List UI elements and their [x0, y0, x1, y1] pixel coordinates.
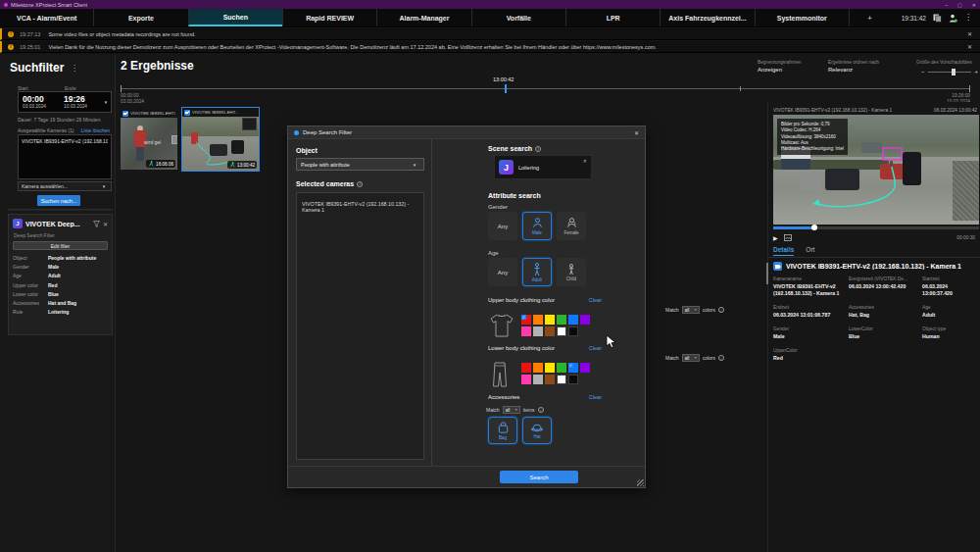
object-dropdown[interactable]: People with attribute ▾	[296, 158, 424, 171]
camera-list-item[interactable]: VIVOTEK IB9391-EHTV-v2 (192.168.10.132) …	[22, 138, 108, 144]
info-icon[interactable]: i	[718, 307, 724, 313]
upper-clear-link[interactable]: Clear	[589, 297, 602, 303]
age-adult-button[interactable]: Adult	[522, 258, 552, 286]
remove-tag-icon[interactable]: ✕	[583, 158, 587, 164]
accessories-match-dropdown[interactable]: all▾	[503, 406, 520, 414]
tab-lpr[interactable]: LPR	[565, 9, 660, 26]
accessory-hat-button[interactable]: Hat	[522, 417, 552, 444]
user-status-icon[interactable]	[949, 14, 957, 23]
slider-handle[interactable]	[952, 69, 956, 75]
edit-filter-button[interactable]: Edit filter	[13, 241, 108, 250]
timeline-marker[interactable]	[505, 84, 507, 93]
tab-alarm-manager[interactable]: Alarm-Manager	[376, 9, 470, 26]
color-swatch-orange[interactable]	[533, 363, 543, 373]
color-swatch-pink[interactable]	[521, 375, 531, 384]
color-swatch-green[interactable]	[557, 363, 566, 373]
color-swatch-orange[interactable]	[533, 315, 543, 325]
info-icon[interactable]: i	[535, 146, 541, 152]
results-timeline[interactable]	[121, 88, 970, 89]
color-swatch-brown[interactable]	[545, 326, 555, 336]
tab-axis-fahrzeugkennzeichen[interactable]: Axis Fahrzeugkennzei...	[660, 9, 754, 26]
color-swatch-white[interactable]	[557, 375, 566, 384]
age-any-label: Any	[498, 270, 508, 276]
color-swatch-purple[interactable]	[580, 363, 590, 373]
color-swatch-red[interactable]	[521, 363, 531, 373]
tab-vca-alarm-event[interactable]: VCA - Alarm/Event	[0, 9, 93, 26]
tab-rapid-review[interactable]: Rapid REVIEW	[282, 9, 376, 26]
tab-systemmonitor[interactable]: Systemmonitor	[755, 9, 849, 26]
upper-match-dropdown[interactable]: all▾	[682, 306, 700, 314]
color-swatch-white[interactable]	[557, 326, 566, 336]
info-icon[interactable]: i	[357, 181, 363, 187]
accessories-clear-link[interactable]: Clear	[589, 394, 602, 400]
tab-suchen[interactable]: Suchen	[188, 9, 282, 26]
gender-male-button[interactable]: Male	[522, 212, 552, 240]
result-thumbnail[interactable]: VIVOTEK IB9391-EHTV-v2... wird gel 16:06…	[121, 109, 177, 170]
slider-minus-icon[interactable]: −	[921, 69, 925, 75]
resize-grip[interactable]	[637, 479, 644, 486]
accessories-match-row: Match all▾ items i	[486, 406, 544, 414]
color-swatch-blue[interactable]: ✓	[568, 363, 578, 373]
panel-splitter[interactable]	[8, 209, 113, 211]
field-value: 06.03.2024 13:01:06.787	[773, 312, 846, 319]
export-files-icon[interactable]	[933, 14, 942, 23]
notification-close-icon[interactable]: ✕	[967, 43, 972, 50]
window-minimize-button[interactable]: –	[945, 2, 948, 8]
tab-vorfaelle[interactable]: Vorfälle	[471, 9, 565, 26]
tab-details[interactable]: Details	[773, 246, 794, 256]
chevron-down-icon[interactable]: ▾	[101, 99, 111, 105]
snapshot-icon[interactable]	[784, 234, 792, 241]
color-swatch-yellow[interactable]	[545, 315, 555, 325]
clear-list-link[interactable]: Liste löschen	[81, 127, 110, 133]
color-swatch-black[interactable]	[568, 375, 578, 384]
color-swatch-pink[interactable]	[521, 326, 531, 336]
color-swatch-blue[interactable]	[568, 315, 578, 325]
scene-tag-label: Loitering	[518, 165, 578, 171]
play-button[interactable]: ▶	[773, 234, 778, 241]
lower-clear-link[interactable]: Clear	[589, 345, 602, 351]
sidebar-menu-icon[interactable]: ⋮	[71, 64, 78, 73]
progress-handle[interactable]	[811, 225, 817, 230]
tab-ort[interactable]: Ort	[806, 246, 814, 256]
color-swatch-yellow[interactable]	[545, 363, 555, 373]
bounding-box-value[interactable]: Anzeigen	[758, 67, 782, 73]
overflow-menu-icon[interactable]: ⋮	[964, 14, 972, 22]
age-any-button[interactable]: Any	[488, 258, 517, 286]
dialog-search-button[interactable]: Search	[500, 471, 578, 483]
lower-match-dropdown[interactable]: all▾	[682, 354, 700, 362]
info-icon[interactable]: i	[538, 407, 544, 413]
slider-track[interactable]	[928, 72, 972, 73]
thumbnail-size-slider[interactable]: − +	[921, 68, 978, 75]
color-swatch-green[interactable]	[557, 315, 566, 325]
close-icon[interactable]: ✕	[103, 221, 108, 227]
info-icon[interactable]: i	[718, 355, 724, 361]
dialog-header[interactable]: Deep Search Filter ✕	[288, 126, 645, 139]
camera-list-item[interactable]: VIVOTEK IB9391-EHTV-v2 (192.168.10.132) …	[302, 201, 418, 213]
result-thumbnail-selected[interactable]: VIVOTEK IB9391-EHT... 13:00:42	[181, 107, 260, 172]
camera-select-dropdown[interactable]: Kamera auswählen... ▾	[18, 181, 112, 191]
video-preview[interactable]: Bilder pro Sekunde: 0,79 Video Codec: H.…	[773, 115, 979, 225]
filter-funnel-icon[interactable]	[93, 221, 100, 227]
time-range-picker[interactable]: 00:00 03.03.2024 19:26 10.03.2024 ▾	[18, 91, 112, 113]
color-swatch-gray[interactable]	[533, 375, 543, 384]
dialog-close-icon[interactable]: ✕	[634, 129, 639, 136]
notification-close-icon[interactable]: ✕	[967, 30, 972, 37]
color-swatch-black[interactable]	[568, 326, 578, 336]
color-swatch-purple[interactable]	[580, 315, 590, 325]
color-swatch-brown[interactable]	[545, 375, 555, 384]
gender-female-button[interactable]: Female	[557, 212, 586, 240]
color-swatch-gray[interactable]	[533, 326, 543, 336]
scrollbar-thumb[interactable]	[766, 263, 768, 284]
sort-by-value[interactable]: Relevanz	[828, 67, 853, 73]
tab-add-button[interactable]: +	[849, 9, 890, 26]
color-swatch-red[interactable]: ✓	[521, 315, 531, 325]
window-maximize-button[interactable]: ▢	[957, 2, 962, 8]
age-child-button[interactable]: Child	[557, 258, 586, 286]
playback-progress-bar[interactable]	[773, 226, 979, 229]
window-close-button[interactable]: ✕	[972, 2, 976, 8]
search-for-button[interactable]: Suchen nach...	[37, 195, 80, 206]
accessory-bag-button[interactable]: Bag	[488, 417, 517, 444]
gender-any-button[interactable]: Any	[488, 212, 517, 240]
tab-exporte[interactable]: Exporte	[93, 9, 187, 26]
slider-plus-icon[interactable]: +	[974, 69, 978, 75]
